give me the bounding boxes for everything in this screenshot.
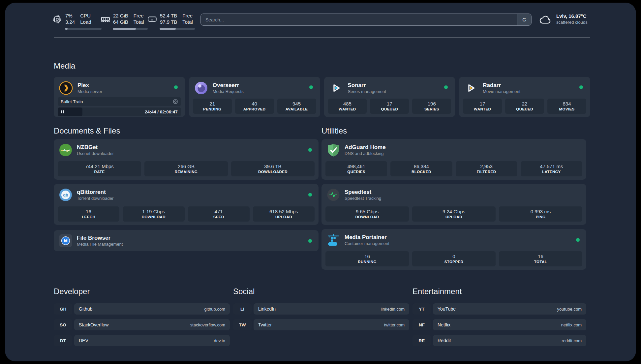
link-name: Reddit bbox=[438, 338, 451, 343]
stat-value: 744.21 Mbps bbox=[85, 163, 114, 169]
nzbget-card[interactable]: nzbget NZBGet Usenet downloader 744.21 M… bbox=[54, 139, 319, 180]
memory-free-value: 22 GiB bbox=[113, 13, 128, 19]
status-online-dot bbox=[174, 85, 178, 89]
status-online-dot bbox=[308, 193, 312, 197]
stat-tile: 834 MOVIES bbox=[547, 99, 586, 114]
link-row-github[interactable]: GH Github github.com bbox=[54, 303, 230, 315]
app-name: Plex bbox=[77, 82, 102, 89]
status-online-dot bbox=[309, 85, 313, 89]
filebrowser-card[interactable]: File Browser Media File Management bbox=[54, 230, 319, 251]
sonarr-card[interactable]: Sonarr Series management 485 WANTED 17 Q… bbox=[324, 77, 455, 117]
plex-card[interactable]: Plex Media server Bullet Train 24:44 / bbox=[54, 77, 185, 117]
qbittorrent-card[interactable]: qb qBittorrent Torrent downloader 16 LEE… bbox=[54, 184, 319, 225]
stat-value: 86,384 bbox=[414, 163, 429, 169]
app-description: Usenet downloader bbox=[77, 151, 114, 156]
stat-tile: 21 PENDING bbox=[193, 99, 232, 114]
stat-label: DOWNLOADED bbox=[258, 169, 288, 174]
stat-label: PING bbox=[536, 215, 546, 220]
dashboard-panel: 7% 3.24 CPU Load 22 GiB 64 GiB Free To bbox=[5, 3, 636, 361]
link-name: DEV bbox=[79, 338, 88, 343]
stat-label: QUEUED bbox=[516, 107, 533, 112]
stat-tile: 86,384 BLOCKED bbox=[390, 161, 452, 176]
stat-label: UPLOAD bbox=[445, 215, 462, 220]
app-name: qBittorrent bbox=[77, 189, 113, 196]
stat-label: QUEUED bbox=[381, 107, 398, 112]
app-description: Movie management bbox=[483, 89, 520, 94]
stat-value: 0.993 ms bbox=[531, 208, 551, 215]
ram-icon bbox=[101, 15, 110, 30]
stat-value: 0 bbox=[452, 253, 455, 259]
social-links-column: Social LI LinkedIn linkedin.com TW Twitt… bbox=[233, 287, 409, 335]
nzbget-icon: nzbget bbox=[59, 143, 72, 157]
link-row-stackoverflow[interactable]: SO StackOverflow stackoverflow.com bbox=[54, 319, 230, 330]
section-heading-utilities: Utilities bbox=[321, 126, 347, 136]
status-online-dot bbox=[308, 239, 312, 243]
stat-value: 17 bbox=[480, 101, 485, 107]
status-online-dot bbox=[576, 238, 580, 242]
plex-icon bbox=[59, 81, 73, 95]
disk-usage-widget: 52.4 TB 97.9 TB Free Total bbox=[147, 13, 195, 30]
search-input[interactable] bbox=[201, 14, 517, 25]
app-description: Media Requests bbox=[213, 89, 244, 94]
disk-free-label: Free bbox=[182, 13, 193, 19]
pause-icon bbox=[61, 110, 65, 114]
disk-total-label: Total bbox=[182, 19, 193, 25]
github-abbr-icon: GH bbox=[54, 303, 72, 315]
entertainment-links-column: Entertainment YT YouTube youtube.com NF … bbox=[412, 287, 586, 351]
stat-tile: 9.65 Gbps DOWNLOAD bbox=[325, 206, 409, 222]
stat-tile: 16 TOTAL bbox=[499, 251, 582, 266]
link-name: StackOverflow bbox=[79, 322, 108, 327]
link-url: reddit.com bbox=[562, 338, 582, 343]
link-row-linkedin[interactable]: LI LinkedIn linkedin.com bbox=[233, 303, 409, 315]
memory-free-label: Free bbox=[134, 13, 144, 19]
portainer-icon bbox=[327, 233, 340, 247]
cpu-load-value: 3.24 bbox=[65, 19, 75, 25]
stat-label: DOWNLOAD bbox=[355, 215, 379, 220]
speedtest-card[interactable]: Speedtest Speedtest Tracking 9.65 Gbps D… bbox=[321, 184, 586, 225]
radarr-card[interactable]: Radarr Movie management 17 WANTED 22 QUE… bbox=[459, 77, 590, 117]
adguard-icon bbox=[327, 143, 340, 157]
link-row-reddit[interactable]: RE Reddit reddit.com bbox=[412, 335, 586, 346]
stat-label: QUERIES bbox=[347, 169, 365, 174]
svg-text:qb: qb bbox=[63, 193, 68, 197]
topbar-divider bbox=[54, 38, 590, 38]
media-cards-grid: Plex Media server Bullet Train 24:44 / bbox=[54, 77, 590, 117]
adguard-card[interactable]: AdGuard Home DNS and adblocking 498,461 … bbox=[321, 139, 586, 180]
stat-tile: 22 QUEUED bbox=[505, 99, 544, 114]
search-provider-button[interactable]: G bbox=[517, 14, 531, 25]
link-row-dev[interactable]: DT DEV dev.to bbox=[54, 335, 230, 346]
search-bar: G bbox=[200, 14, 532, 26]
stat-tile: 0 STOPPED bbox=[412, 251, 496, 266]
stat-tile: 16 RUNNING bbox=[325, 251, 409, 266]
stat-tile: 744.21 Mbps RATE bbox=[58, 161, 141, 176]
stat-value: 618.52 Mbps bbox=[269, 208, 298, 215]
app-name: Sonarr bbox=[348, 82, 386, 89]
section-heading-social: Social bbox=[233, 287, 409, 296]
app-description: Media server bbox=[77, 89, 102, 94]
stat-tile: 0.993 ms PING bbox=[499, 206, 582, 222]
stat-value: 16 bbox=[364, 253, 370, 259]
stat-label: LEECH bbox=[82, 215, 95, 220]
stat-label: REMAINING bbox=[175, 169, 198, 174]
stat-value: 17 bbox=[387, 101, 392, 107]
svg-text:nzbget: nzbget bbox=[61, 149, 71, 152]
link-row-youtube[interactable]: YT YouTube youtube.com bbox=[412, 303, 586, 315]
memory-total-label: Total bbox=[134, 19, 144, 25]
memory-usage-widget: 22 GiB 64 GiB Free Total bbox=[101, 13, 148, 30]
stat-value: 22 bbox=[522, 101, 528, 107]
stat-label: WANTED bbox=[339, 107, 356, 112]
stat-tile: 17 WANTED bbox=[463, 99, 502, 114]
link-row-twitter[interactable]: TW Twitter twitter.com bbox=[233, 319, 409, 330]
overseerr-card[interactable]: Overseerr Media Requests 21 PENDING 40 A… bbox=[189, 77, 320, 117]
stat-label: AVAILABLE bbox=[286, 107, 308, 112]
speedtest-icon bbox=[327, 188, 340, 201]
portainer-card[interactable]: Media Portainer Container management 16 … bbox=[321, 229, 586, 270]
stat-value: 39.6 TB bbox=[264, 163, 281, 169]
link-row-netflix[interactable]: NF Netflix netflix.com bbox=[412, 319, 586, 330]
stat-label: BLOCKED bbox=[412, 169, 431, 174]
app-name: Radarr bbox=[483, 82, 520, 89]
stat-label: SEED bbox=[213, 215, 224, 220]
weather-widget: Lviv, 16.87°C scattered clouds bbox=[539, 13, 588, 26]
memory-progress-bar bbox=[113, 28, 148, 30]
stat-tile: 618.52 Mbps UPLOAD bbox=[253, 206, 315, 222]
